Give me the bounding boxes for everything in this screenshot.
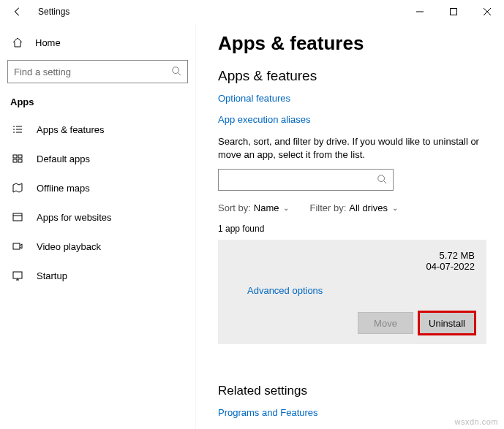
svg-line-5 xyxy=(178,72,181,75)
chevron-down-icon: ⌄ xyxy=(283,204,289,212)
related-settings-heading: Related settings xyxy=(218,384,486,398)
website-icon xyxy=(12,211,23,223)
sidebar-item-offline-maps[interactable]: Offline maps xyxy=(7,173,188,202)
sidebar-item-apps-for-websites[interactable]: Apps for websites xyxy=(7,202,188,232)
back-button[interactable] xyxy=(10,4,25,19)
sidebar-item-label: Default apps xyxy=(37,153,90,164)
sidebar-item-label: Video playback xyxy=(37,241,101,252)
sort-label: Sort by: xyxy=(218,202,251,213)
close-button[interactable] xyxy=(470,0,504,23)
sidebar-section-label: Apps xyxy=(10,96,188,107)
svg-rect-13 xyxy=(18,155,22,158)
svg-line-23 xyxy=(384,181,387,184)
sidebar-item-video-playback[interactable]: Video playback xyxy=(7,232,188,261)
startup-icon xyxy=(12,270,23,281)
sidebar-item-label: Startup xyxy=(37,270,67,281)
list-icon xyxy=(12,124,23,135)
svg-rect-19 xyxy=(13,272,22,278)
app-date: 04-07-2022 xyxy=(247,261,475,272)
app-size: 5.72 MB xyxy=(247,250,475,261)
sidebar: Home Find a setting Apps Apps & features… xyxy=(0,23,196,429)
window-title: Settings xyxy=(38,7,69,17)
map-icon xyxy=(12,182,23,194)
home-icon xyxy=(12,37,23,48)
filter-value: All drives xyxy=(349,202,388,213)
app-list-item[interactable]: 5.72 MB 04-07-2022 Advanced options Move… xyxy=(218,240,486,344)
svg-rect-1 xyxy=(451,9,457,15)
sidebar-item-label: Offline maps xyxy=(37,183,90,194)
svg-point-22 xyxy=(378,175,385,182)
link-optional-features[interactable]: Optional features xyxy=(218,93,486,104)
sort-by-dropdown[interactable]: Sort by: Name ⌄ xyxy=(218,202,289,213)
sidebar-item-apps-features[interactable]: Apps & features xyxy=(7,115,188,144)
page-title: Apps & features xyxy=(218,32,486,55)
video-icon xyxy=(12,240,23,252)
chevron-down-icon: ⌄ xyxy=(392,204,398,212)
search-placeholder: Find a setting xyxy=(14,67,71,77)
app-search-input[interactable] xyxy=(218,169,394,191)
search-icon xyxy=(377,174,387,186)
sidebar-item-label: Apps & features xyxy=(37,124,105,135)
sidebar-item-default-apps[interactable]: Default apps xyxy=(7,144,188,173)
link-app-execution-aliases[interactable]: App execution aliases xyxy=(218,114,486,125)
app-count: 1 app found xyxy=(218,224,486,234)
link-advanced-options[interactable]: Advanced options xyxy=(247,285,475,296)
main-content: Apps & features Apps & features Optional… xyxy=(196,23,504,429)
svg-rect-16 xyxy=(13,213,22,221)
svg-rect-14 xyxy=(13,159,17,162)
uninstall-button[interactable]: Uninstall xyxy=(419,312,475,334)
search-input[interactable]: Find a setting xyxy=(7,60,188,83)
svg-rect-18 xyxy=(13,243,20,249)
svg-rect-15 xyxy=(18,159,22,162)
move-button: Move xyxy=(358,312,413,334)
sidebar-item-startup[interactable]: Startup xyxy=(7,261,188,290)
minimize-button[interactable] xyxy=(403,0,437,23)
filter-label: Filter by: xyxy=(309,202,346,213)
section-heading: Apps & features xyxy=(218,68,486,84)
search-icon xyxy=(171,66,181,78)
defaults-icon xyxy=(12,153,23,164)
watermark: wsxdn.com xyxy=(454,417,498,426)
sidebar-item-home[interactable]: Home xyxy=(7,29,188,56)
description-text: Search, sort, and filter by drive. If yo… xyxy=(218,135,486,162)
svg-rect-12 xyxy=(13,155,17,158)
svg-point-4 xyxy=(173,67,179,73)
sidebar-item-label: Apps for websites xyxy=(37,212,112,223)
filter-by-dropdown[interactable]: Filter by: All drives ⌄ xyxy=(309,202,398,213)
link-programs-and-features[interactable]: Programs and Features xyxy=(218,407,486,418)
sidebar-home-label: Home xyxy=(35,37,61,48)
maximize-button[interactable] xyxy=(437,0,470,23)
sort-value: Name xyxy=(254,202,279,213)
